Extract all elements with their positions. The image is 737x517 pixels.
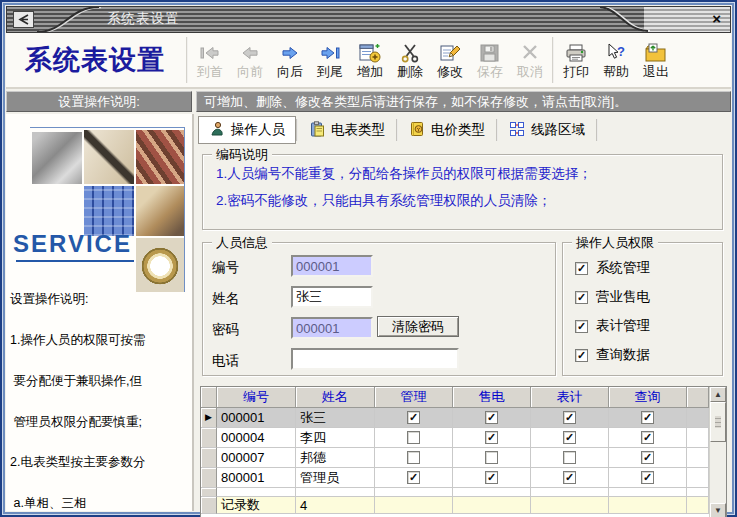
toolbar-separator: [186, 37, 188, 83]
button-label: 帮助: [603, 64, 629, 79]
cancel-button[interactable]: 取消: [510, 41, 550, 80]
name-label: 姓名: [212, 290, 239, 308]
column-header[interactable]: 表计: [531, 387, 609, 408]
person-password-input[interactable]: [291, 317, 373, 339]
meter-perm-checkbox[interactable]: ✓: [563, 411, 576, 424]
system-manage-checkbox[interactable]: ✓: [575, 262, 588, 275]
tab-label: 线路区域: [531, 121, 585, 139]
manage-perm-checkbox[interactable]: ✓: [407, 471, 420, 484]
query-data-checkbox[interactable]: ✓: [575, 349, 588, 362]
tab-label: 电表类型: [331, 121, 385, 139]
sales-perm-checkbox[interactable]: ✓: [485, 411, 498, 424]
scroll-up-icon[interactable]: ▲: [710, 387, 726, 402]
person-code-input[interactable]: [291, 255, 373, 277]
service-text: SERVICE: [13, 230, 132, 258]
last-record-button[interactable]: 到尾: [310, 41, 350, 80]
sidebar: SERVICE 设置操作说明: 1.操作人员的权限可按需 要分配便于兼职操作,但…: [6, 114, 194, 511]
next-record-button[interactable]: 向后: [270, 41, 310, 80]
close-icon[interactable]: ×: [712, 9, 721, 29]
clear-password-button[interactable]: 清除密码: [377, 316, 459, 337]
table-row[interactable]: ▶ 000001 张三 ✓ ✓ ✓ ✓: [201, 408, 709, 428]
tab-meter-types[interactable]: 电表类型: [298, 116, 396, 144]
modify-button[interactable]: 修改: [430, 41, 470, 80]
add-button[interactable]: 增加: [350, 41, 390, 80]
previous-record-icon: [237, 42, 263, 64]
table-row[interactable]: ▶ 000007 邦德 ✓: [201, 448, 709, 468]
tab-price-types[interactable]: 电价类型: [398, 116, 496, 144]
tab-line-regions[interactable]: 线路区域: [498, 116, 596, 144]
query-perm-checkbox[interactable]: ✓: [641, 431, 654, 444]
manage-perm-checkbox[interactable]: ✓: [407, 411, 420, 424]
photo-writing: [136, 186, 184, 236]
phone-label: 电话: [212, 352, 239, 370]
person-name-input[interactable]: [291, 286, 373, 308]
scissors-icon: [398, 42, 422, 64]
column-header[interactable]: 管理: [375, 387, 453, 408]
price-book-icon: [409, 121, 425, 140]
sales-perm-checkbox[interactable]: ✓: [485, 431, 498, 444]
scroll-down-icon[interactable]: ▼: [710, 503, 726, 517]
password-label: 密码: [212, 321, 239, 339]
column-header-filler: [687, 387, 709, 408]
record-count-row: 记录数 4: [201, 497, 709, 514]
cell-name: 张三: [296, 408, 375, 428]
last-record-icon: [317, 42, 343, 64]
delete-button[interactable]: 删除: [390, 41, 430, 80]
sales-perm-checkbox[interactable]: ✓: [485, 471, 498, 484]
cell-name: 管理员: [296, 468, 375, 488]
first-record-button[interactable]: 到首: [190, 41, 230, 80]
exit-button[interactable]: 退出: [636, 41, 676, 80]
button-label: 增加: [357, 64, 383, 79]
column-header[interactable]: 售电: [453, 387, 531, 408]
help-button[interactable]: ? 帮助: [596, 41, 636, 80]
titlebar-curve-left: [37, 7, 103, 32]
sales-checkbox[interactable]: ✓: [575, 291, 588, 304]
print-button[interactable]: 打印: [556, 41, 596, 80]
next-record-icon: [277, 42, 303, 64]
group-title: 人员信息: [212, 235, 272, 250]
permission-item: ✓ 查询数据: [575, 346, 650, 364]
column-header[interactable]: 查询: [609, 387, 687, 408]
vertical-scroll-thumb[interactable]: [710, 402, 726, 442]
tab-operators[interactable]: 操作人员: [198, 116, 296, 144]
meter-perm-checkbox[interactable]: [563, 451, 576, 464]
manage-perm-checkbox[interactable]: [407, 451, 420, 464]
tab-label: 电价类型: [431, 121, 485, 139]
tab-bar: 操作人员 电表类型 电价类型: [198, 116, 727, 144]
button-label: 向前: [237, 64, 263, 79]
person-phone-input[interactable]: [291, 348, 459, 370]
titlebar-curve-right: [600, 7, 652, 32]
printer-icon: [564, 42, 588, 64]
window-titlebar[interactable]: 系统表设置 ×: [6, 6, 731, 33]
query-perm-checkbox[interactable]: ✓: [641, 471, 654, 484]
meter-perm-checkbox[interactable]: ✓: [563, 471, 576, 484]
table-row[interactable]: ▶ 000004 李四 ✓ ✓ ✓: [201, 428, 709, 448]
meter-manage-checkbox[interactable]: ✓: [575, 320, 588, 333]
page-title: 系统表设置: [6, 42, 184, 78]
app-logo-icon: [13, 11, 34, 28]
sales-perm-checkbox[interactable]: [485, 451, 498, 464]
toolbar-separator: [552, 37, 554, 83]
column-header[interactable]: 编号: [217, 387, 296, 408]
column-header[interactable]: 姓名: [296, 387, 375, 408]
button-label: 删除: [397, 64, 423, 79]
manage-perm-checkbox[interactable]: [407, 431, 420, 444]
tab-separator: [596, 119, 598, 141]
save-button[interactable]: 保存: [470, 41, 510, 80]
query-perm-checkbox[interactable]: ✓: [641, 411, 654, 424]
edit-form-icon: [438, 42, 462, 64]
query-perm-checkbox[interactable]: ✓: [641, 451, 654, 464]
permission-item: ✓ 营业售电: [575, 288, 650, 306]
permission-item: ✓ 表计管理: [575, 317, 650, 335]
meter-perm-checkbox[interactable]: ✓: [563, 431, 576, 444]
cell-code: 800001: [217, 468, 296, 488]
table-row[interactable]: ▶ 800001 管理员 ✓ ✓ ✓ ✓: [201, 468, 709, 488]
code-label: 编号: [212, 259, 239, 277]
decor-line: [30, 127, 184, 128]
permissions-group: 操作人员权限 ✓ 系统管理 ✓ 营业售电 ✓ 表计管理 ✓: [562, 242, 723, 376]
previous-record-button[interactable]: 向前: [230, 41, 270, 80]
svg-text:?: ?: [617, 44, 625, 59]
section-header-bars: 设置操作说明: 可增加、删除、修改各类型后请进行保存，如不保存修改，请点击[取消…: [6, 91, 731, 112]
vertical-scrollbar[interactable]: ▲ ▼: [709, 387, 726, 517]
group-title: 操作人员权限: [572, 235, 658, 250]
